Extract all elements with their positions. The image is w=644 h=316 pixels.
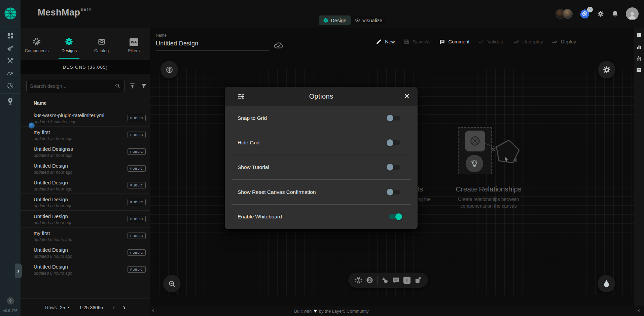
new-design-button[interactable]: New	[376, 39, 395, 45]
assistant-button[interactable]	[598, 275, 615, 292]
design-row[interactable]: Untitled Design updated an hour ago PUBL…	[21, 160, 150, 177]
tab-label: Catalog	[94, 48, 109, 53]
meshmap-app: ? v0.6.176 MeshMapBETA Design Visualize …	[0, 0, 644, 316]
clipped-onboarding-text: ts	[418, 185, 423, 193]
dashboard-icon	[6, 32, 14, 40]
visibility-badge: PUBLIC	[128, 266, 146, 273]
snap-to-grid-toggle[interactable]	[387, 114, 402, 122]
design-name-input[interactable]	[156, 38, 269, 50]
collaborator-avatars[interactable]	[556, 9, 573, 19]
footer-credit: Built with ♥ by the Layer5 Community	[281, 306, 382, 316]
tab-filters[interactable]: WA Filters	[118, 28, 150, 60]
design-canvas[interactable]: Name New Save As Comment Validate	[150, 28, 634, 306]
hide-grid-toggle[interactable]	[387, 139, 402, 147]
tools-icon	[6, 57, 14, 65]
option-label: Hide Grid	[238, 140, 259, 146]
sidebar-item-performance[interactable]	[0, 67, 21, 79]
design-row[interactable]: Untitled Design updated an hour ago PUBL…	[21, 211, 150, 227]
k8s-context-button[interactable]: 1	[580, 9, 590, 19]
text-tool[interactable]: T	[403, 277, 410, 284]
footer-prefix: Built with	[294, 309, 312, 314]
design-row[interactable]: Untitled Design updated an hour ago PUBL…	[21, 177, 150, 194]
action-label: Comment	[448, 39, 469, 44]
tab-designs[interactable]: Designs	[53, 28, 85, 60]
design-name-field: Name	[156, 33, 269, 50]
show-tutorial-toggle[interactable]	[387, 163, 402, 171]
shapes-tool[interactable]	[381, 276, 389, 284]
design-row[interactable]: my first updated an hour ago PUBLIC	[21, 127, 150, 143]
enable-whiteboard-toggle[interactable]	[387, 213, 402, 221]
dock-interact-button[interactable]	[636, 56, 642, 62]
comment-button[interactable]: Comment	[439, 39, 469, 45]
filter-list-button[interactable]	[140, 82, 147, 90]
undeploy-button[interactable]: Undeploy	[513, 39, 543, 45]
tab-catalog[interactable]: Catalog	[85, 28, 118, 60]
zoom-out-button[interactable]	[163, 275, 181, 292]
pencil-icon	[376, 39, 382, 45]
toolbar-divider	[377, 276, 378, 285]
chevron-right-icon: ›	[17, 267, 19, 275]
previous-page-button[interactable]: ‹	[112, 304, 115, 311]
owner-avatar	[29, 122, 35, 129]
user-avatar[interactable]	[626, 7, 639, 20]
design-row[interactable]: Untitled Design updated an hour ago PUBL…	[21, 194, 150, 211]
droplet-icon	[602, 279, 611, 288]
action-label: Deploy	[561, 39, 576, 44]
notifications-button[interactable]	[611, 10, 619, 17]
top-navbar: MeshMapBETA Design Visualize 1	[21, 0, 644, 28]
sidebar-item-lifecycle[interactable]	[0, 42, 21, 55]
tab-label: Components	[25, 48, 49, 53]
footer-collapse-right[interactable]: ‹	[638, 307, 640, 314]
panel-expander-handle[interactable]: ›	[15, 264, 22, 278]
comment-tool[interactable]	[392, 276, 400, 284]
visibility-badge: PUBLIC	[128, 182, 146, 188]
settings-button[interactable]	[597, 10, 604, 17]
deploy-button[interactable]: Deploy	[552, 39, 576, 45]
visibility-badge: PUBLIC	[128, 233, 146, 239]
cloud-check-icon	[273, 40, 283, 50]
tab-components[interactable]: Components	[21, 28, 53, 60]
chip-icon	[32, 37, 41, 46]
gauge-icon	[6, 69, 14, 77]
person-icon	[627, 10, 637, 20]
kubernetes-tool[interactable]	[366, 276, 373, 284]
layer5-logo[interactable]	[0, 0, 21, 27]
option-row-snap-to-grid: Snap to Grid	[225, 106, 418, 130]
toggle-k8s-view-button[interactable]	[160, 61, 178, 78]
chevron-down-icon[interactable]: ▼	[67, 306, 70, 309]
design-row[interactable]: my first updated 6 hours ago PUBLIC	[21, 227, 150, 244]
action-label: New	[385, 39, 395, 44]
rows-per-page-select[interactable]: 25	[60, 305, 65, 310]
sidebar-item-meshmap[interactable]	[0, 95, 21, 107]
sidebar-item-configuration[interactable]	[0, 55, 21, 67]
design-row[interactable]: Untitled Design updated 8 hours ago PUBL…	[21, 244, 150, 261]
design-row[interactable]: Untitled Designss updated an hour ago PU…	[21, 143, 150, 160]
tab-design[interactable]: Design	[319, 15, 351, 25]
option-label: Show Reset Canvas Confirmation	[238, 189, 316, 195]
dock-panels-button[interactable]	[636, 32, 642, 38]
sidebar-item-mesh[interactable]	[0, 79, 21, 92]
collaborator-avatar[interactable]	[563, 9, 573, 19]
tab-visualize[interactable]: Visualize	[351, 15, 387, 25]
footer-bar: ‹ Built with ♥ by the Layer5 Community ‹	[150, 306, 644, 316]
design-row[interactable]: Untitled Design updated 8 hours ago PUBL…	[21, 261, 150, 278]
save-as-button[interactable]: Save As	[403, 39, 430, 45]
add-component-tool[interactable]	[355, 276, 362, 284]
footer-collapse-left[interactable]: ‹	[152, 307, 154, 314]
reset-canvas-confirmation-toggle[interactable]	[387, 188, 402, 196]
canvas-options-button[interactable]	[598, 61, 615, 78]
import-design-button[interactable]	[129, 82, 136, 90]
crossed-double-check-icon	[513, 39, 520, 45]
design-row[interactable]: k8s-wasm-plugin-ratelimiter.yml updated …	[21, 110, 150, 127]
close-button[interactable]: ×	[404, 92, 409, 100]
pagination-range: 1-25 36065	[79, 305, 103, 310]
dock-comments-button[interactable]	[636, 67, 642, 73]
search-input[interactable]	[30, 83, 114, 89]
media-tool[interactable]	[414, 276, 422, 284]
help-button[interactable]: ?	[7, 297, 14, 305]
next-page-button[interactable]: ›	[123, 304, 126, 311]
sidebar-item-dashboard[interactable]	[0, 30, 21, 42]
dock-metrics-button[interactable]	[636, 44, 642, 50]
validate-button[interactable]: Validate	[478, 39, 504, 45]
kubernetes-circle-icon	[366, 276, 373, 284]
